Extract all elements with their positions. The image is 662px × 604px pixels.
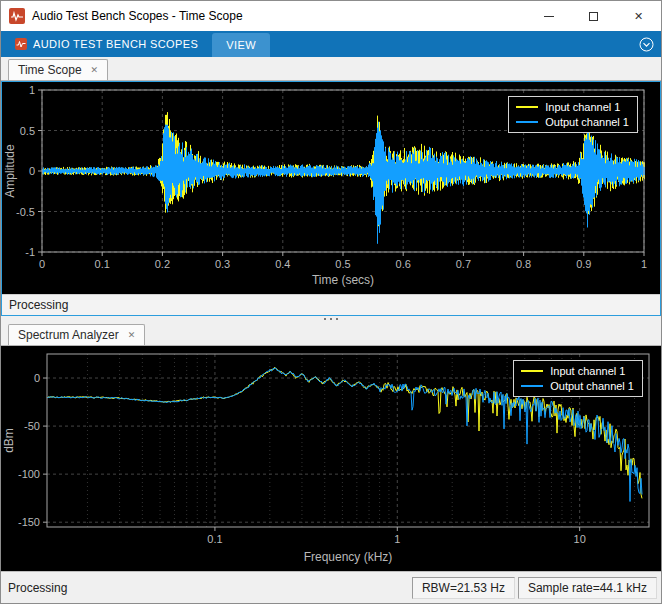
legend-entry: Output channel 1 (521, 378, 634, 393)
time-scope-statusbar: Processing (2, 294, 660, 315)
svg-text:-0.5: -0.5 (16, 206, 35, 218)
window-title: Audio Test Bench Scopes - Time Scope (32, 9, 243, 23)
time-scope-tabbar: Time Scope ✕ (1, 57, 661, 81)
app-icon (9, 8, 25, 24)
status-readouts: RBW=21.53 Hz Sample rate=44.1 kHz (412, 577, 657, 599)
svg-text:0.3: 0.3 (215, 258, 230, 270)
legend-label: Output channel 1 (545, 116, 629, 128)
svg-text:0.8: 0.8 (516, 258, 531, 270)
series-line-sample (516, 106, 538, 108)
svg-text:0.5: 0.5 (335, 258, 350, 270)
toolstrip: AUDIO TEST BENCH SCOPES VIEW (1, 31, 661, 57)
bottom-statusbar: Processing RBW=21.53 Hz Sample rate=44.1… (1, 571, 661, 603)
splitter-grip-icon (330, 318, 332, 320)
maximize-icon (589, 12, 598, 21)
svg-text:Frequency (kHz): Frequency (kHz) (304, 550, 393, 564)
svg-text:-50: -50 (24, 420, 40, 432)
svg-text:0.6: 0.6 (396, 258, 411, 270)
time-scope-display: 00.10.20.30.40.50.60.70.80.9110.50-0.5-1… (2, 82, 660, 294)
chevron-down-circle-icon (639, 37, 654, 52)
svg-text:0.1: 0.1 (95, 258, 110, 270)
status-text: Processing (8, 581, 67, 595)
svg-text:-100: -100 (18, 468, 40, 480)
series-line-sample (516, 121, 538, 123)
tab-time-scope[interactable]: Time Scope ✕ (8, 59, 108, 80)
legend-entry: Output channel 1 (516, 114, 629, 129)
svg-text:-1: -1 (25, 246, 35, 258)
window-controls: ✕ (526, 1, 661, 31)
tab-spectrum-analyzer[interactable]: Spectrum Analyzer ✕ (8, 324, 145, 345)
app-window: Audio Test Bench Scopes - Time Scope ✕ A… (0, 0, 662, 604)
svg-text:Time (secs): Time (secs) (312, 273, 374, 287)
sample-rate-readout: Sample rate=44.1 kHz (518, 577, 657, 599)
legend-entry: Input channel 1 (521, 363, 634, 378)
svg-text:10: 10 (574, 533, 586, 545)
toolstrip-tab-label: AUDIO TEST BENCH SCOPES (33, 38, 198, 50)
spectrum-display: 0.11100-50-100-150Frequency (kHz)dBm Inp… (1, 346, 661, 571)
toolstrip-tab-view[interactable]: VIEW (212, 33, 270, 57)
svg-text:0.9: 0.9 (576, 258, 591, 270)
tab-label: Time Scope (18, 63, 82, 77)
svg-text:0: 0 (39, 258, 45, 270)
spectrum-tabbar: Spectrum Analyzer ✕ (1, 322, 661, 346)
svg-text:dBm: dBm (2, 428, 16, 453)
svg-text:0: 0 (29, 165, 35, 177)
svg-text:0.2: 0.2 (155, 258, 170, 270)
toolstrip-collapse-button[interactable] (631, 31, 661, 57)
status-text: Processing (9, 298, 68, 312)
svg-text:0.5: 0.5 (20, 125, 35, 137)
time-scope-panel: 00.10.20.30.40.50.60.70.80.9110.50-0.5-1… (1, 81, 661, 316)
titlebar: Audio Test Bench Scopes - Time Scope ✕ (1, 1, 661, 31)
svg-text:1: 1 (394, 533, 400, 545)
svg-text:Amplitude: Amplitude (3, 144, 17, 198)
series-line-sample (521, 370, 543, 372)
svg-text:0.1: 0.1 (207, 533, 222, 545)
svg-text:0.7: 0.7 (456, 258, 471, 270)
tab-close-icon[interactable]: ✕ (128, 330, 136, 340)
close-button[interactable]: ✕ (616, 1, 661, 31)
legend-label: Input channel 1 (545, 101, 620, 113)
spectrum-analyzer-panel: 0.11100-50-100-150Frequency (kHz)dBm Inp… (1, 346, 661, 571)
tab-label: Spectrum Analyzer (18, 328, 119, 342)
tab-close-icon[interactable]: ✕ (91, 65, 99, 75)
minimize-button[interactable] (526, 1, 571, 31)
rbw-readout: RBW=21.53 Hz (412, 577, 515, 599)
spectrum-legend: Input channel 1 Output channel 1 (513, 360, 643, 397)
legend-label: Input channel 1 (550, 365, 625, 377)
svg-text:0: 0 (34, 372, 40, 384)
toolstrip-tab-label: VIEW (226, 39, 256, 51)
svg-text:1: 1 (29, 84, 35, 96)
close-icon: ✕ (634, 11, 643, 22)
legend-label: Output channel 1 (550, 380, 634, 392)
svg-text:0.4: 0.4 (275, 258, 290, 270)
scopes-icon (15, 38, 27, 50)
svg-text:-150: -150 (18, 516, 40, 528)
legend-entry: Input channel 1 (516, 99, 629, 114)
svg-text:1: 1 (641, 258, 647, 270)
minimize-icon (544, 16, 554, 17)
series-line-sample (521, 385, 543, 387)
toolstrip-tab-audio-test-bench-scopes[interactable]: AUDIO TEST BENCH SCOPES (1, 31, 212, 57)
time-scope-legend: Input channel 1 Output channel 1 (508, 96, 638, 133)
maximize-button[interactable] (571, 1, 616, 31)
